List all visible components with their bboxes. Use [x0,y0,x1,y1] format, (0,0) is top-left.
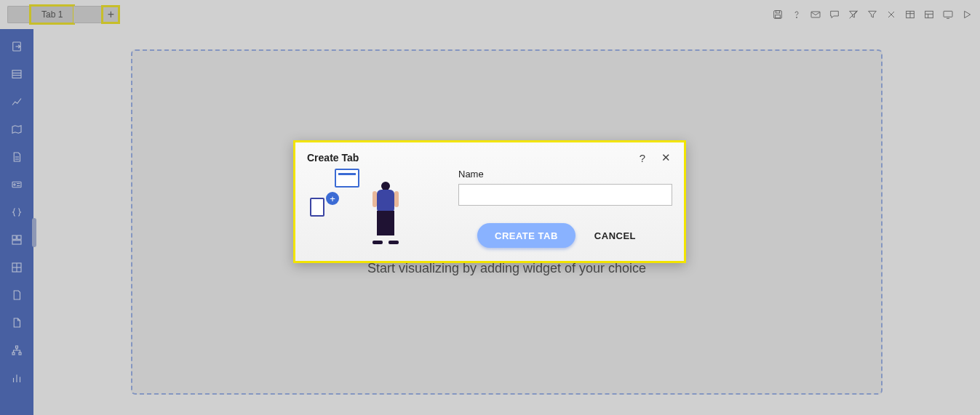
cancel-button[interactable]: CANCEL [594,230,636,241]
filter-icon[interactable] [867,9,878,20]
tab-gap [73,6,103,23]
tab-lead [7,6,31,23]
svg-rect-30 [16,346,18,348]
file-icon[interactable] [9,315,24,330]
dashboard-icon[interactable] [9,233,24,247]
filter-off-icon[interactable] [848,9,859,20]
sidebar [0,29,33,415]
sidebar-resize-handle[interactable] [32,218,36,247]
monitor-icon[interactable] [942,9,954,20]
help-icon[interactable] [791,9,802,20]
grid-icon[interactable] [9,260,24,275]
table-icon[interactable] [904,9,916,20]
plus-badge-icon: + [326,192,339,205]
svg-rect-12 [944,11,952,17]
dialog-illustration: + [307,169,445,241]
tab-bar: Tab 1 + [7,4,973,25]
comment-icon[interactable] [829,9,840,20]
svg-point-3 [796,17,797,17]
play-icon[interactable] [961,9,973,20]
add-tab-button[interactable]: + [103,7,119,23]
bar-chart-icon[interactable] [9,371,24,385]
dialog-help-icon[interactable]: ? [636,151,649,164]
svg-rect-25 [17,235,21,239]
mail-icon[interactable] [810,9,821,20]
tab-label: Tab 1 [41,9,63,20]
svg-point-21 [14,184,15,185]
dropzone-message: Start visualizing by adding widget of yo… [367,261,646,276]
svg-rect-1 [776,11,779,13]
chart-line-icon[interactable] [9,94,24,109]
tools-icon[interactable] [885,9,897,20]
braces-icon[interactable] [9,205,24,219]
list-icon[interactable] [9,67,24,81]
create-tab-button[interactable]: CREATE TAB [477,223,575,248]
svg-rect-9 [925,11,933,17]
dialog-close-icon[interactable]: ✕ [659,151,672,164]
svg-rect-26 [12,241,21,244]
name-label: Name [458,169,672,180]
export-icon[interactable] [9,39,24,54]
document-icon[interactable] [9,150,24,164]
svg-rect-15 [12,70,21,78]
plus-icon: + [108,8,114,21]
svg-rect-31 [12,352,15,355]
svg-rect-32 [19,352,21,355]
create-tab-dialog: Create Tab ? ✕ + Name [293,140,686,263]
hierarchy-icon[interactable] [9,343,24,358]
toolbar [772,9,973,20]
svg-rect-4 [811,12,820,17]
svg-rect-2 [776,15,781,18]
tab-1[interactable]: Tab 1 [31,6,73,23]
map-icon[interactable] [9,122,24,137]
card-icon[interactable] [9,177,24,192]
dialog-title: Create Tab [307,152,359,164]
save-icon[interactable] [772,9,784,20]
svg-rect-24 [12,235,16,239]
page-icon[interactable] [9,288,24,302]
tab-name-input[interactable] [458,184,672,206]
layout-icon[interactable] [923,9,935,20]
